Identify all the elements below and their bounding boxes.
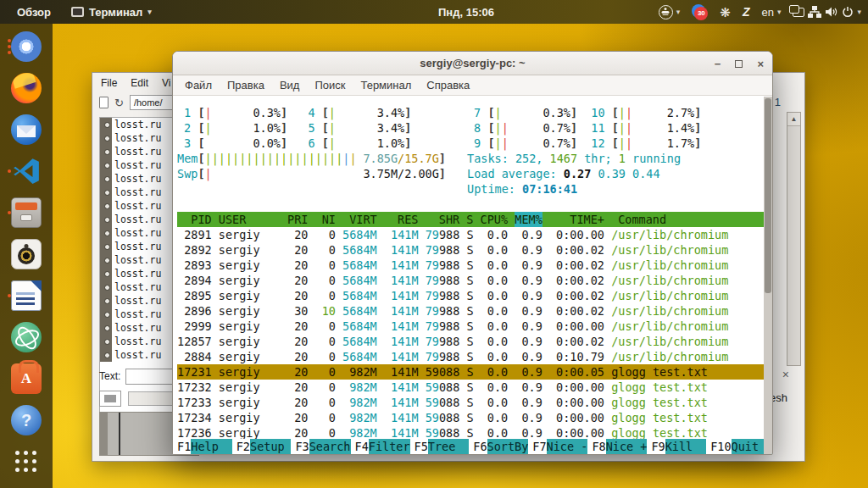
accessibility-menu[interactable]: ▾ [659,5,681,19]
fkey-label-search[interactable]: Search [309,439,351,454]
accessibility-icon [659,5,673,19]
dock-item-atom[interactable] [7,319,46,355]
menu-terminal[interactable]: Терминал [353,77,418,93]
menu-search[interactable]: Поиск [308,77,352,93]
chevron-down-icon: ▾ [676,8,681,16]
app-menu-terminal[interactable]: Терминал ▾ [63,0,160,24]
process-row[interactable]: 2893 sergiy 20 0 5684M 141M 79988 S 0.0 … [177,258,764,273]
close-icon[interactable]: × [782,368,789,381]
dock-item-vscode[interactable] [7,153,46,189]
close-button[interactable]: × [757,58,764,70]
vscode-icon [12,157,41,186]
app-menu-label: Терминал [89,6,142,19]
process-row[interactable]: 2884 sergiy 20 0 5684M 141M 79988 S 0.0 … [177,349,764,364]
dock-item-chromium[interactable] [7,29,46,64]
color-swatch-button[interactable] [99,391,121,407]
thunderbird-icon [11,114,42,145]
process-row[interactable]: 17231 sergiy 20 0 982M 141M 59088 S 0.0 … [177,364,764,380]
fkey-f7[interactable]: F7 [528,439,546,454]
firefox-icon [11,73,42,103]
menu-view[interactable]: Вид [273,77,307,93]
fkey-f3[interactable]: F3 [291,439,309,454]
clock[interactable]: Пнд, 15:06 [438,0,494,24]
process-row[interactable]: 17233 sergiy 20 0 982M 141M 59088 S 0.0 … [177,395,764,410]
fkey-label-kill[interactable]: Kill [665,439,706,454]
fkey-f6[interactable]: F6 [469,439,487,454]
fkey-label-setup[interactable]: Setup [250,439,291,454]
htop-view: 1 [|0.3%]4 [|3.4%]7 [|0.3%]10 [||2.7%]2 … [177,97,764,454]
function-key-bar: F1HelpF2SetupF3SearchF4FilterF5TreeF6Sor… [173,439,772,454]
dock-item-firefox[interactable] [7,70,46,106]
terminal-window: sergiy@sergiy-pc: ~ − × Файл Правка Вид … [172,51,773,455]
fkey-label-sortby[interactable]: SortBy [487,439,529,454]
activities-button[interactable]: Обзор [8,0,59,24]
glogg-scrollbar[interactable]: ▲ [787,112,801,366]
fkey-f8[interactable]: F8 [587,439,605,454]
terminal-scrollbar[interactable] [764,97,772,454]
menu-edit[interactable]: Правка [220,77,271,93]
fkey-label-filter[interactable]: Filter [369,439,410,454]
fkey-label-nice-+[interactable]: Nice + [606,439,648,454]
fkey-label-help[interactable]: Help [191,439,231,454]
fkey-label-tree[interactable]: Tree [428,439,469,454]
maximize-button[interactable] [735,60,743,68]
process-table: 2891 sergiy 20 0 5684M 141M 79988 S 0.0 … [177,227,764,441]
menu-view[interactable]: Vi [162,77,170,89]
process-row[interactable]: 2891 sergiy 20 0 5684M 141M 79988 S 0.0 … [177,227,764,242]
dock-item-speaker-box[interactable] [7,236,46,272]
z-app-icon[interactable]: Z [743,5,750,19]
desktop: Обзор Терминал ▾ Пнд, 15:06 ▾ 30 ❋ Z en … [0,0,868,488]
terminal-menubar: Файл Правка Вид Поиск Терминал Справка [173,75,772,96]
chromium-icon [11,31,42,62]
scrollbar-thumb[interactable] [765,98,771,293]
process-row[interactable]: 2892 sergiy 20 0 5684M 141M 79988 S 0.0 … [177,242,764,258]
terminal-content[interactable]: 1 [|0.3%]4 [|3.4%]7 [|0.3%]10 [||2.7%]2 … [173,97,772,454]
help-icon: ? [11,405,42,435]
keyboard-layout-menu[interactable]: en ▾ [761,6,781,19]
process-row[interactable]: 17232 sergiy 20 0 982M 141M 59088 S 0.0 … [177,380,764,395]
dock-item-libreoffice-writer[interactable] [7,278,46,313]
menu-file[interactable]: File [101,77,117,89]
fkey-f10[interactable]: F10 [706,439,731,454]
process-row[interactable]: 2894 sergiy 20 0 5684M 141M 79988 S 0.0 … [177,273,764,288]
top-panel: Обзор Терминал ▾ Пнд, 15:06 ▾ 30 ❋ Z en … [0,0,868,24]
fkey-f4[interactable]: F4 [351,439,369,454]
process-row[interactable]: 12857 sergiy 20 0 5684M 141M 79988 S 0.0… [177,334,764,349]
notification-badge[interactable]: 30 [692,4,708,20]
new-file-icon[interactable] [99,97,108,108]
menu-help[interactable]: Справка [420,77,476,93]
menu-edit[interactable]: Edit [131,77,148,89]
fkey-f9[interactable]: F9 [647,439,665,454]
ubuntu-software-icon: A [11,363,42,394]
fkey-f5[interactable]: F5 [410,439,428,454]
dock-item-app-grid[interactable] [7,444,46,480]
activities-label: Обзор [17,6,51,19]
process-row[interactable]: 2999 sergiy 20 0 5684M 141M 79988 S 0.0 … [177,319,764,334]
minimize-button[interactable]: − [715,58,721,70]
dock-item-help[interactable]: ? [7,402,46,438]
chevron-down-icon: ▾ [777,8,782,16]
dock-item-file-cabinet[interactable] [7,195,46,230]
process-row[interactable]: 2895 sergiy 20 0 5684M 141M 79988 S 0.0 … [177,288,764,303]
reload-icon[interactable]: ↻ [114,97,124,108]
system-status-menu[interactable]: ▾ [793,6,861,18]
displays-icon [793,8,804,17]
process-row[interactable]: 17234 sergiy 20 0 982M 141M 59088 S 0.0 … [177,410,764,425]
dock-item-ubuntu-software[interactable]: A [7,361,46,396]
window-title: sergiy@sergiy-pc: ~ [420,57,525,69]
terminal-titlebar[interactable]: sergiy@sergiy-pc: ~ − × [173,52,772,75]
dock-item-thunderbird[interactable] [7,112,46,147]
atom-icon [11,322,42,352]
fkey-f1[interactable]: F1 [173,439,191,454]
menu-file[interactable]: Файл [178,77,219,93]
shutter-icon[interactable]: ❋ [720,6,731,19]
fkey-label-nice--[interactable]: Nice - [547,439,588,454]
app-grid-icon [11,446,42,477]
fkey-f2[interactable]: F2 [232,439,250,454]
terminal-icon [71,7,84,17]
network-icon [808,6,821,18]
process-table-header[interactable]: PID USER PRI NI VIRT RES SHR S CPU% MEM%… [177,212,764,227]
process-row[interactable]: 2896 sergiy 30 10 5684M 141M 79988 S 0.0… [177,303,764,319]
scroll-up-icon[interactable]: ▲ [787,113,800,126]
libreoffice-writer-icon [11,280,42,311]
